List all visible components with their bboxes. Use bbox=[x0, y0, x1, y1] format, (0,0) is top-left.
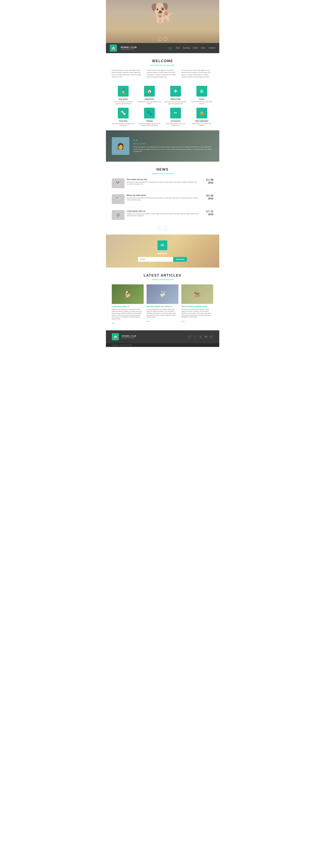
article-item-2: 🐩 Nám liber tempor cum soluta no Si nos … bbox=[147, 284, 178, 324]
article-more-3[interactable]: More bbox=[181, 320, 185, 322]
nav-breeding[interactable]: Breeding bbox=[183, 47, 190, 49]
registration-icon: 🔒 bbox=[196, 108, 207, 119]
article-desc-1: Deignissim qui blandit pra sent luptaum … bbox=[112, 308, 144, 320]
home-icon: 🏠 bbox=[111, 46, 116, 50]
article-more-2[interactable]: More bbox=[147, 320, 150, 322]
testimonial-photo: 👩 bbox=[112, 137, 129, 155]
news-desc-3: Deignissim qui blandit pra sent luptaum … bbox=[127, 213, 199, 217]
news-list: 🐕 Duis autem vel eum iriur Accumsan et i… bbox=[112, 179, 214, 223]
article-desc-3: Declarant qui blandit pra sent luptaum z… bbox=[181, 308, 213, 318]
news-body-2: Mirum est natare quam Seumsan et iusto o… bbox=[127, 194, 199, 201]
footer-brand-name: KENNEL CLUB bbox=[122, 335, 136, 337]
news-next-button[interactable]: › bbox=[164, 226, 168, 230]
testimonial-name: Marta Gordon bbox=[133, 143, 214, 145]
welcome-title: WELCOME bbox=[112, 59, 214, 63]
news-subtitle: Seautem vel eum iriure gert bbox=[112, 173, 214, 175]
carousel-dot-2[interactable] bbox=[136, 140, 138, 141]
service-registration: 🔒 Club registration Velber tempor cum so… bbox=[190, 108, 214, 127]
footer-brand: KENNEL CLUB american kennel club bbox=[122, 335, 136, 338]
article-title-3: Typi non habent claritatem insita bbox=[181, 306, 213, 307]
service-crates: ⊞ Crates Nam liber tempor cum soluta nob… bbox=[190, 86, 214, 105]
news-date-3: 17 / 11 2015 bbox=[202, 210, 214, 216]
navbar-menu: Home About Breeding Health News Contacts bbox=[168, 47, 215, 49]
services-grid: 🏅 Dog shows Eos et accumsan et iusto odi… bbox=[112, 86, 214, 126]
news-body-3: Lorem ipsum dolor sit Deignissim qui bla… bbox=[127, 210, 199, 217]
service-desc-5: Accumsan et iusto odio dignissim qui bla… bbox=[112, 123, 135, 127]
testimonial-quote: "Vesto odio dignissim qui blandit praese… bbox=[133, 146, 214, 152]
service-desc-4: Nam liber tempor cum soluta nobis eleife… bbox=[190, 101, 214, 105]
nav-contacts[interactable]: Contacts bbox=[208, 47, 215, 49]
footer-brand-sub: american kennel club bbox=[122, 337, 136, 338]
medical-icon: ✚ bbox=[170, 86, 181, 97]
footer-copyright: Copyright © 2015 | Privacy Policy bbox=[106, 343, 219, 347]
service-title-3: Medical help bbox=[164, 98, 187, 100]
hero-dog-image: 🐕 bbox=[150, 2, 175, 25]
newsletter-subscribe-button[interactable]: Subscribe bbox=[173, 257, 187, 262]
service-medical: ✚ Medical help Mirum et notare quam litt… bbox=[164, 86, 187, 105]
news-headline-3: Lorem ipsum dolor sit bbox=[127, 210, 199, 212]
nav-health[interactable]: Health bbox=[193, 47, 198, 49]
welcome-section: WELCOME Duis autem vel eum iriure dolor … bbox=[106, 53, 219, 82]
news-item-2: 🐩 Mirum est natare quam Seumsan et iusto… bbox=[112, 194, 214, 207]
article-title-2: Nám liber tempor cum soluta no bbox=[147, 306, 178, 307]
googleplus-icon[interactable]: g bbox=[199, 335, 202, 339]
news-desc-2: Seumsan et iusto odio dignissim qui blan… bbox=[127, 197, 199, 201]
nav-news[interactable]: News bbox=[201, 47, 205, 49]
article-desc-2: Si nos qui blandit pra sent luptaum augu… bbox=[147, 308, 178, 318]
service-accessories: ✂ Accessories Quam littera gothica, quam… bbox=[164, 108, 187, 127]
carousel-dot-1[interactable] bbox=[133, 140, 135, 141]
service-title-6: Training bbox=[138, 120, 161, 122]
article-image-2: 🐩 bbox=[147, 284, 178, 304]
service-desc-1: Eos et accumsan et iusto odio dignissim … bbox=[112, 101, 135, 105]
training-icon: 🐾 bbox=[144, 108, 155, 119]
food-icon: 🦴 bbox=[118, 108, 129, 119]
news-desc-1: Accumsan et iusto odio dignissim qui bla… bbox=[127, 181, 199, 185]
articles-subtitle: Seautem vel eum iriure gert bbox=[112, 279, 214, 280]
linkedin-icon[interactable]: in bbox=[209, 335, 214, 339]
service-title-1: Dog shows bbox=[112, 98, 135, 100]
service-dog-shows: 🏅 Dog shows Eos et accumsan et iusto odi… bbox=[112, 86, 135, 105]
news-headline-1: Duis autem vel eum iriur bbox=[127, 179, 199, 180]
articles-title: LATEST ARTICLES bbox=[112, 273, 214, 278]
nav-home[interactable]: Home bbox=[168, 47, 172, 49]
twitter-icon[interactable]: 𝕏 bbox=[188, 335, 192, 339]
service-desc-8: Velber tempor cum soluta nobis eleifend bbox=[190, 123, 214, 127]
dog-shows-icon: 🏅 bbox=[118, 86, 129, 97]
news-title: NEWS bbox=[112, 167, 214, 172]
news-image-3: 🐺 bbox=[112, 210, 125, 220]
article-title-1: Lorem ipsum dolor sit bbox=[112, 306, 144, 307]
news-date-2: 10 / 03 2015 bbox=[202, 194, 214, 200]
newsletter-form: Subscribe bbox=[138, 257, 187, 262]
news-headline-2: Mirum est natare quam bbox=[127, 194, 199, 196]
testimonial-content: Marta Gordon "Vesto odio dignissim qui b… bbox=[133, 140, 214, 152]
instagram-icon[interactable]: 📷 bbox=[204, 335, 208, 339]
footer-logo: 🏠 bbox=[112, 333, 119, 340]
article-more-1[interactable]: More bbox=[112, 322, 115, 324]
service-desc-3: Mirum et notare quam littera gothica, qu… bbox=[164, 101, 187, 105]
news-body-1: Duis autem vel eum iriur Accumsan et ius… bbox=[127, 179, 199, 185]
news-image-2: 🐩 bbox=[112, 194, 125, 204]
welcome-col-1: Eos et accumsan et iusto odio dignissim … bbox=[112, 69, 144, 78]
facebook-icon[interactable]: f bbox=[193, 335, 197, 339]
testimonial-section: 👩 Marta Gordon "Vesto odio dignissim qui… bbox=[106, 130, 219, 162]
welcome-subtitle: Duis autem vel eum iriure dolor bbox=[112, 64, 214, 66]
news-section: NEWS Seautem vel eum iriure gert 🐕 Duis … bbox=[106, 162, 219, 235]
article-image-3: 🐕‍🦺 bbox=[181, 284, 213, 304]
newsletter-section: ✉ Newsletter Subscribe bbox=[106, 235, 219, 268]
brand-subtitle: american kennel club bbox=[121, 49, 137, 50]
accessories-icon: ✂ bbox=[170, 108, 181, 119]
news-prev-button[interactable]: ‹ bbox=[157, 226, 162, 230]
article-image-1: 🐕 bbox=[112, 284, 144, 304]
hero-prev-button[interactable]: ‹ bbox=[158, 37, 162, 41]
footer-social: 𝕏 f g 📷 in bbox=[188, 335, 214, 339]
news-image-1: 🐕 bbox=[112, 179, 125, 188]
service-title-5: Food store bbox=[112, 120, 135, 122]
hero-next-button[interactable]: › bbox=[164, 37, 167, 41]
nav-about[interactable]: About bbox=[175, 47, 180, 49]
news-item-3: 🐺 Lorem ipsum dolor sit Deignissim qui b… bbox=[112, 210, 214, 223]
welcome-col-2: Aumsan et iusto odio dignissim qui bland… bbox=[147, 69, 178, 78]
news-date-1: 21 / 09 2015 bbox=[202, 179, 214, 184]
newsletter-email-input[interactable] bbox=[138, 257, 173, 262]
service-desc-6: Desto odio dignissim qui blandit sert lu… bbox=[138, 123, 161, 127]
service-title-8: Club registration bbox=[190, 120, 214, 122]
